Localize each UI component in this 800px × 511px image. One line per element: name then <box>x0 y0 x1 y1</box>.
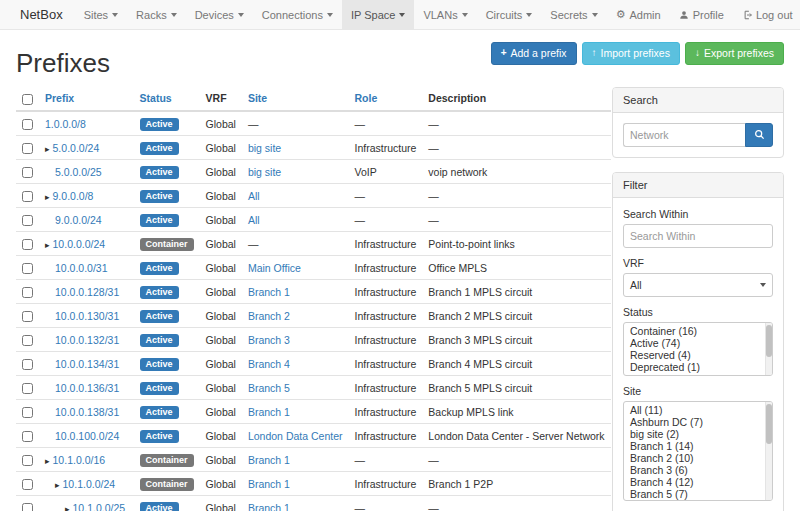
row-checkbox[interactable] <box>22 383 33 394</box>
status-option[interactable]: Reserved (4) <box>624 349 772 361</box>
table-row: 10.0.0.130/31 Active Global Branch 2 Inf… <box>16 303 611 327</box>
prefix-link[interactable]: 10.0.0.0/24 <box>53 238 106 250</box>
row-checkbox[interactable] <box>22 239 33 250</box>
prefix-link[interactable]: 10.0.0.0/31 <box>55 262 108 274</box>
row-checkbox[interactable] <box>22 407 33 418</box>
site-link[interactable]: Branch 1 <box>248 502 290 511</box>
scrollbar[interactable] <box>765 323 772 375</box>
site-option[interactable]: Branch 4 (12) <box>624 476 772 488</box>
prefix-link[interactable]: 10.0.100.0/24 <box>55 430 119 442</box>
expand-arrow-icon[interactable]: ▸ <box>45 456 50 466</box>
col-header-prefix[interactable]: Prefix <box>39 87 134 111</box>
site-link[interactable]: Branch 4 <box>248 358 290 370</box>
nav-item-logout[interactable]: Log out <box>733 0 800 29</box>
status-option[interactable]: Container (16) <box>624 325 772 337</box>
search-input[interactable] <box>623 123 745 147</box>
nav-item-connections[interactable]: Connections <box>253 0 342 29</box>
site-option[interactable]: Branch 2 (10) <box>624 452 772 464</box>
site-link[interactable]: Branch 1 <box>248 454 290 466</box>
vrf-select[interactable]: All <box>623 273 773 297</box>
prefix-link[interactable]: 10.0.0.132/31 <box>55 334 119 346</box>
prefix-link[interactable]: 10.1.0.0/24 <box>63 478 116 490</box>
col-header-site[interactable]: Site <box>242 87 349 111</box>
site-link[interactable]: Main Office <box>248 262 301 274</box>
row-checkbox[interactable] <box>22 431 33 442</box>
nav-item-ip-space[interactable]: IP Space <box>342 0 414 29</box>
brand-logo[interactable]: NetBox <box>8 0 75 29</box>
row-checkbox[interactable] <box>22 287 33 298</box>
row-checkbox[interactable] <box>22 455 33 466</box>
select-all-checkbox[interactable] <box>22 94 33 105</box>
nav-item-vlans[interactable]: VLANs <box>414 0 476 29</box>
prefix-link[interactable]: 5.0.0.0/24 <box>53 142 100 154</box>
add-prefix-button[interactable]: +Add a prefix <box>491 42 577 65</box>
site-link[interactable]: All <box>248 214 260 226</box>
prefix-link[interactable]: 9.0.0.0/24 <box>55 214 102 226</box>
prefix-link[interactable]: 10.0.0.136/31 <box>55 382 119 394</box>
row-checkbox[interactable] <box>22 479 33 490</box>
status-option[interactable]: Active (74) <box>624 337 772 349</box>
row-checkbox[interactable] <box>22 311 33 322</box>
export-prefixes-button[interactable]: ↓Export prefixes <box>685 42 784 65</box>
col-header-status[interactable]: Status <box>134 87 200 111</box>
site-option[interactable]: COLO 1 (1) <box>624 500 772 501</box>
row-checkbox[interactable] <box>22 119 33 130</box>
status-option[interactable]: Deprecated (1) <box>624 361 772 373</box>
col-header-role[interactable]: Role <box>349 87 423 111</box>
nav-item-racks[interactable]: Racks <box>127 0 186 29</box>
row-checkbox[interactable] <box>22 143 33 154</box>
prefix-link[interactable]: 10.0.0.134/31 <box>55 358 119 370</box>
nav-item-sites[interactable]: Sites <box>75 0 127 29</box>
table-row: 10.0.100.0/24 Active Global London Data … <box>16 423 611 447</box>
site-option[interactable]: Branch 5 (7) <box>624 488 772 500</box>
site-option[interactable]: big site (2) <box>624 428 772 440</box>
row-checkbox[interactable] <box>22 191 33 202</box>
site-link[interactable]: Branch 3 <box>248 334 290 346</box>
prefix-link[interactable]: 10.1.0.0/25 <box>73 502 126 511</box>
nav-item-profile[interactable]: Profile <box>670 0 733 29</box>
nav-item-devices[interactable]: Devices <box>186 0 253 29</box>
site-link[interactable]: Branch 5 <box>248 382 290 394</box>
site-link[interactable]: Branch 1 <box>248 286 290 298</box>
status-multiselect[interactable]: Container (16) Active (74) Reserved (4) … <box>623 322 773 376</box>
prefix-link[interactable]: 9.0.0.0/8 <box>53 190 94 202</box>
site-option[interactable]: Ashburn DC (7) <box>624 416 772 428</box>
prefix-link[interactable]: 10.1.0.0/16 <box>53 454 106 466</box>
site-link[interactable]: Branch 2 <box>248 310 290 322</box>
nav-item-circuits[interactable]: Circuits <box>477 0 542 29</box>
prefix-link[interactable]: 1.0.0.0/8 <box>45 118 86 130</box>
row-checkbox[interactable] <box>22 335 33 346</box>
row-checkbox[interactable] <box>22 167 33 178</box>
row-checkbox[interactable] <box>22 359 33 370</box>
site-link[interactable]: All <box>248 190 260 202</box>
expand-arrow-icon[interactable]: ▸ <box>45 240 50 250</box>
site-link[interactable]: Branch 1 <box>248 478 290 490</box>
site-multiselect[interactable]: All (11) Ashburn DC (7) big site (2) Bra… <box>623 401 773 501</box>
expand-arrow-icon[interactable]: ▸ <box>45 192 50 202</box>
prefix-link[interactable]: 10.0.0.130/31 <box>55 310 119 322</box>
nav-item-secrets[interactable]: Secrets <box>541 0 606 29</box>
scrollbar[interactable] <box>765 402 772 500</box>
site-option[interactable]: All (11) <box>624 404 772 416</box>
status-badge: Active <box>140 382 179 395</box>
site-option[interactable]: Branch 1 (14) <box>624 440 772 452</box>
import-prefixes-button[interactable]: ↑Import prefixes <box>582 42 680 65</box>
site-option[interactable]: Branch 3 (6) <box>624 464 772 476</box>
site-link[interactable]: big site <box>248 142 281 154</box>
site-link[interactable]: big site <box>248 166 281 178</box>
row-checkbox[interactable] <box>22 503 33 511</box>
search-within-input[interactable] <box>623 224 773 248</box>
prefix-link[interactable]: 10.0.0.128/31 <box>55 286 119 298</box>
expand-arrow-icon[interactable]: ▸ <box>65 504 70 511</box>
site-link[interactable]: Branch 1 <box>248 406 290 418</box>
nav-item-admin[interactable]: ⚙Admin <box>607 0 670 29</box>
status-badge: Active <box>140 358 179 371</box>
prefix-link[interactable]: 10.0.0.138/31 <box>55 406 119 418</box>
row-checkbox[interactable] <box>22 263 33 274</box>
expand-arrow-icon[interactable]: ▸ <box>55 480 60 490</box>
site-link[interactable]: London Data Center <box>248 430 343 442</box>
search-button[interactable] <box>745 123 773 147</box>
expand-arrow-icon[interactable]: ▸ <box>45 144 50 154</box>
row-checkbox[interactable] <box>22 215 33 226</box>
prefix-link[interactable]: 5.0.0.0/25 <box>55 166 102 178</box>
